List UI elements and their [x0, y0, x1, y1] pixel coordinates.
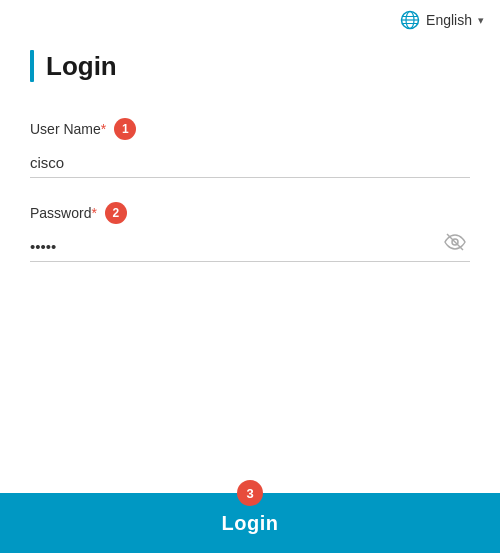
password-input[interactable] [30, 232, 470, 262]
chevron-down-icon: ▾ [478, 14, 484, 27]
page-title: Login [46, 51, 117, 82]
top-bar: English ▾ [0, 0, 500, 40]
password-required: * [91, 205, 96, 221]
username-label-row: User Name* 1 [30, 118, 470, 140]
main-content: Login User Name* 1 Password* 2 [0, 40, 500, 262]
password-wrapper [30, 232, 470, 262]
page-title-container: Login [30, 50, 470, 82]
password-field-group: Password* 2 [30, 202, 470, 262]
username-required: * [101, 121, 106, 137]
language-selector[interactable]: English ▾ [400, 10, 484, 30]
globe-icon [400, 10, 420, 30]
password-label-row: Password* 2 [30, 202, 470, 224]
username-label: User Name* [30, 121, 106, 137]
username-input[interactable] [30, 148, 470, 178]
title-bar-accent [30, 50, 34, 82]
step-badge-3: 3 [237, 480, 263, 506]
language-label: English [426, 12, 472, 28]
eye-icon[interactable] [444, 233, 466, 254]
login-form: User Name* 1 Password* 2 [30, 118, 470, 262]
login-button-container: 3 Login [0, 467, 500, 553]
password-label: Password* [30, 205, 97, 221]
step-badge-1: 1 [114, 118, 136, 140]
step-badge-2: 2 [105, 202, 127, 224]
username-field-group: User Name* 1 [30, 118, 470, 178]
